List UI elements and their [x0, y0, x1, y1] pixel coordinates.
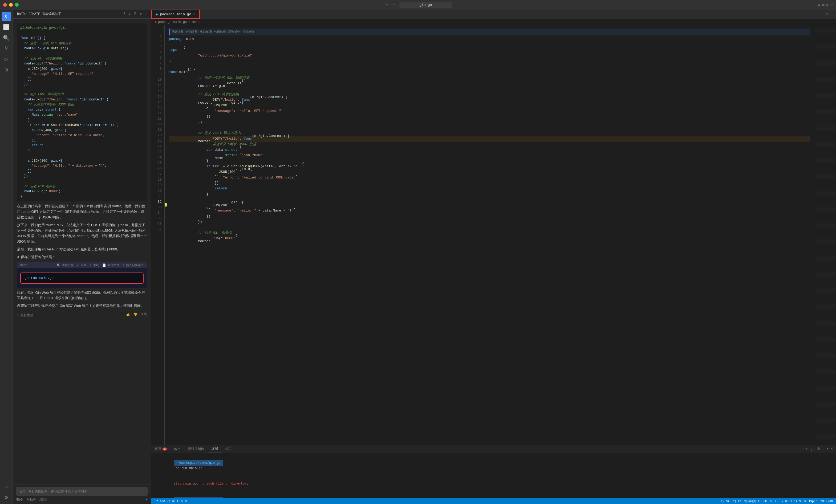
notifications[interactable]: ① 1Spec — [804, 500, 817, 503]
code-line-6 — [169, 64, 811, 70]
more-icon[interactable]: ⋯ — [831, 3, 833, 7]
line-ending[interactable]: LF — [775, 500, 778, 503]
regen-button[interactable]: ↻ 重新生成 — [17, 313, 33, 317]
adopt-btn[interactable]: ✓ 采纳 — [77, 263, 86, 267]
lightbulb-icon[interactable]: 💡 — [165, 202, 168, 208]
error-line: stat main.go: no such file or directory — [174, 482, 249, 486]
prompt-1-cmd: go run main.go — [174, 466, 203, 470]
panel-tab-problems[interactable]: 问题 1 — [151, 445, 171, 453]
warnings-status[interactable]: W 0 — [182, 500, 187, 503]
debug-icon[interactable]: ▷ — [2, 54, 11, 64]
activity-bar: C ⬜ 🔍 ⑂ ▷ ⊞ ⚠ ⚙ — [0, 9, 13, 504]
fullscreen-button[interactable] — [15, 3, 19, 7]
tab-close-icon[interactable]: × — [193, 12, 195, 16]
fn-main: main — [179, 70, 188, 75]
nav-back-icon[interactable]: ← — [384, 2, 390, 8]
chat-input-hints: /指令 @插件 #知识 ➤ — [16, 497, 148, 502]
more-tabs-icon[interactable]: ⋯ — [831, 12, 833, 16]
chat-input-box[interactable]: 使用 / 调起快捷指令，@ 调起插件或 # 引用知识 — [16, 487, 148, 496]
more2-icon[interactable]: ⋯ — [145, 12, 147, 16]
git-branch-status[interactable]: ⎇ 0⊘0 △0 ① 1 — [154, 500, 178, 503]
breadcrumb-symbol[interactable]: main — [192, 20, 200, 24]
new-file-btn[interactable]: 📄 新建文件 — [102, 263, 120, 267]
explanation-text-4: 现在，你的 Gin Web 项目已经启动并监听在端口 8080。你可以通过浏览器… — [17, 290, 147, 301]
terminal-select[interactable]: go — [811, 447, 815, 451]
insert-btn[interactable]: ⤵ 插入到终端中 — [122, 263, 144, 267]
new-terminal-icon[interactable]: + — [802, 447, 804, 451]
cursor-position[interactable]: 行 32, 列 23 — [721, 499, 741, 503]
settings2-icon[interactable]: ⚙ — [140, 12, 142, 16]
feedback-btn[interactable]: 反馈 — [140, 312, 147, 316]
code-line-27: }) — [169, 180, 811, 186]
git-icon[interactable]: ⑂ — [2, 44, 11, 53]
title-right-actions: ⊞ ▤ ⊟ ⋯ — [818, 3, 833, 7]
send-icon[interactable]: ➤ — [145, 497, 148, 502]
panel-tab-terminal[interactable]: 终端 — [208, 445, 222, 453]
commands-hint[interactable]: /指令 — [16, 497, 23, 502]
nav-forward-icon[interactable]: → — [391, 2, 397, 8]
code-line-14: "message": "Hello, GET request!", — [169, 109, 811, 114]
code-line: }) — [20, 77, 144, 82]
language-mode[interactable]: ↗ Go 1.19.5 — [782, 500, 801, 503]
trash-icon[interactable]: 🗑 — [817, 447, 820, 451]
history-icon[interactable]: ☰ — [134, 12, 137, 16]
tab-size[interactable]: 制表符宽:2 — [744, 499, 760, 503]
minimize-button[interactable] — [9, 3, 13, 7]
code-line-34: }) — [169, 219, 811, 225]
copy-btn[interactable]: ⊕ 复制 — [90, 263, 99, 267]
view-changes-btn[interactable]: 🔍 查看变更 — [57, 263, 74, 267]
thumbs-up-btn[interactable]: 👍 — [126, 312, 130, 316]
code-line-33: }) — [169, 214, 811, 219]
close-panel-icon[interactable]: ⋯ — [822, 447, 824, 451]
knowledge-hint[interactable]: #知识 — [39, 497, 48, 502]
maximize-panel-icon[interactable]: ∧ — [826, 447, 829, 451]
feedback-area: ↻ 重新生成 👍 👎 反馈 — [17, 311, 147, 317]
str-port: ":8080" — [221, 236, 235, 241]
line-num-16: 16 — [151, 111, 164, 116]
new-chat-icon[interactable]: ⊕ — [128, 12, 130, 16]
code-line: Name string `json:"name"` — [20, 112, 144, 117]
code-line: }) — [20, 82, 144, 87]
breadcrumb-file[interactable]: package main.go — [158, 20, 187, 24]
editor-tabs: ◈ package main.go × ⊡ ⋯ — [151, 9, 836, 19]
comate-inline-hint[interactable]: 函数注释 | 行间注释 | 生成单测 | 代码解释 | 函数拆分 | 消优建议 — [169, 28, 811, 35]
code-editor[interactable]: 函数注释 | 行间注释 | 生成单测 | 代码解释 | 函数拆分 | 消优建议 … — [165, 25, 815, 445]
line-num-31: 31 — [151, 194, 164, 199]
layout2-icon[interactable]: ⊟ — [826, 3, 829, 7]
problems-icon[interactable]: ⚠ — [2, 482, 11, 491]
line-num-9: 9 — [151, 72, 164, 77]
panel-tab-output[interactable]: 输出 — [171, 445, 184, 453]
title-bar: ← → gin-go ⊞ ▤ ⊟ ⋯ — [0, 0, 836, 9]
close-button[interactable] — [3, 3, 7, 7]
str-error: "error" — [223, 175, 238, 181]
thumbs-down-btn[interactable]: 👎 — [133, 312, 137, 316]
split-editor-icon[interactable]: ⊞ — [818, 3, 820, 7]
editor-tab-main[interactable]: ◈ package main.go × — [151, 9, 200, 19]
fn-post: POST — [213, 136, 221, 142]
kw-func-19: func — [244, 136, 252, 142]
extensions-icon[interactable]: ⊞ — [2, 65, 11, 75]
plugins-hint[interactable]: @插件 — [26, 497, 36, 502]
site-link[interactable]: znlx.cn — [820, 500, 833, 503]
explorer-icon[interactable]: ⬜ — [2, 22, 11, 32]
split-terminal-icon[interactable]: ⊟ — [806, 447, 808, 451]
panel-tab-debug[interactable]: 调试控制台 — [184, 445, 208, 453]
kw-struct: struct — [225, 147, 238, 153]
code-line: router.GET("/hello", func(c *gin.Context… — [20, 61, 144, 66]
search-icon[interactable]: 🔍 — [2, 33, 11, 43]
split-view-icon[interactable]: ⊡ — [826, 12, 829, 16]
line-num-6: 6 — [151, 55, 164, 61]
go-file-icon: ◈ — [156, 12, 158, 17]
code-line: // 创建一个新的 Gin 路由引擎 — [20, 41, 144, 46]
line-num-2: 2 — [151, 33, 164, 39]
search-bar[interactable]: gin-go — [399, 2, 452, 8]
line-num-14: 14 — [151, 99, 164, 105]
status-bar: ⎇ 0⊘0 △0 ① 1 W 0 行 32, 列 23 制表符宽:2 UTF-8… — [151, 498, 836, 504]
layout-icon[interactable]: ▤ — [822, 3, 824, 7]
panel-tab-ports[interactable]: 端口 — [222, 445, 235, 453]
minimize-panel-icon[interactable]: × — [831, 447, 833, 451]
settings-icon[interactable]: ⚙ — [2, 492, 11, 502]
help-icon[interactable]: ? — [124, 12, 125, 16]
encoding[interactable]: UTF-8 — [763, 500, 772, 503]
comate-icon[interactable]: C — [2, 12, 11, 21]
